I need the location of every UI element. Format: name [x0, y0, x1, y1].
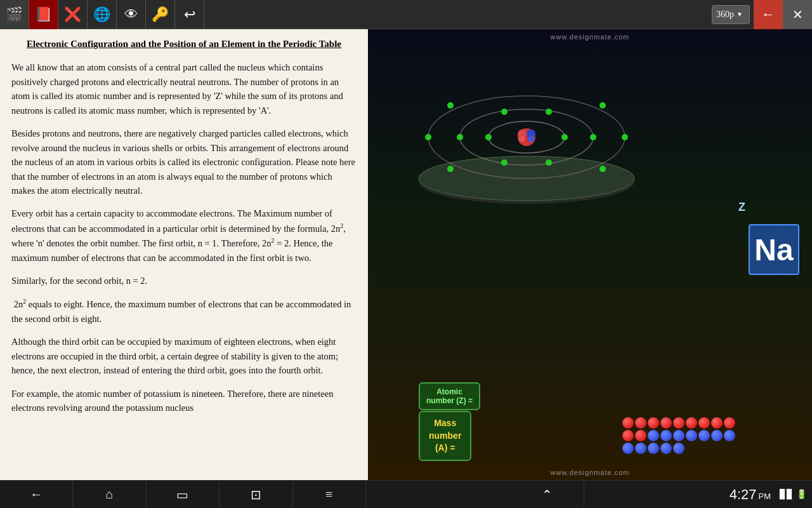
dropdown-arrow-icon: ▼ [737, 11, 743, 18]
video-panel: www.designmate.com [368, 29, 812, 480]
back-arrow-icon: ↩ [184, 6, 195, 23]
ball-blue [686, 430, 697, 441]
ball-red [622, 417, 634, 429]
svg-point-17 [501, 159, 508, 166]
check-button[interactable]: ❌ [58, 0, 88, 29]
resolution-selector[interactable]: 360p ▼ [712, 5, 750, 24]
mass-label: Massnumber(A) = [429, 417, 461, 455]
svg-point-19 [425, 134, 431, 140]
ball-blue [635, 443, 646, 454]
time-value: 4:27 [730, 486, 757, 502]
video-button[interactable]: 🎬 [0, 0, 29, 29]
back-nav-button[interactable]: ← [0, 481, 73, 509]
element-symbol-box: Na [749, 224, 799, 275]
ball-red [635, 417, 646, 429]
home-icon: ⌂ [106, 487, 114, 502]
svg-point-22 [599, 102, 606, 109]
time-suffix: PM [759, 491, 771, 501]
book-button[interactable]: 📕 [29, 0, 58, 29]
superscript-3: 2 [23, 298, 26, 305]
svg-point-9 [519, 136, 525, 142]
z-label: Z [738, 201, 745, 214]
article-title: Electronic Configuration and the Positio… [11, 37, 357, 51]
ball-blue [724, 430, 735, 441]
svg-point-16 [546, 109, 552, 115]
globe-icon: 🌐 [93, 6, 110, 23]
video-icon: 🎬 [6, 6, 23, 23]
atomic-number-display: Atomic number (Z) = [419, 382, 480, 410]
ball-blue [698, 430, 710, 441]
globe-button[interactable]: 🌐 [88, 0, 117, 29]
resolution-label: 360p [716, 10, 734, 20]
svg-point-13 [457, 134, 463, 140]
ball-blue [711, 430, 723, 441]
book-icon: 📕 [35, 6, 52, 23]
recent-nav-button[interactable]: ▭ [147, 481, 219, 509]
paragraph-6: Although the third orbit can be occupied… [11, 335, 357, 377]
svg-point-12 [561, 134, 568, 140]
check-icon: ❌ [64, 6, 81, 23]
atomic-scene: www.designmate.com [368, 29, 812, 480]
close-icon: ✕ [792, 7, 803, 22]
menu-icon: ≡ [325, 487, 332, 502]
paragraph-3: Every orbit has a certain capacity to ac… [11, 206, 357, 265]
signal-icon: ▊▊ [780, 489, 794, 500]
paragraph-2: Besides protons and neutrons, there are … [11, 126, 357, 197]
home-nav-button[interactable]: ⌂ [73, 481, 146, 509]
superscript-1: 2 [340, 222, 343, 229]
ball-red [622, 430, 634, 441]
ball-red [673, 417, 684, 429]
eye-icon: 👁 [124, 6, 138, 23]
watermark-bottom: www.designmate.com [551, 469, 630, 476]
ball-blue [673, 430, 684, 441]
svg-point-18 [546, 159, 552, 166]
ball-blue [660, 430, 672, 441]
text-panel: Electronic Configuration and the Positio… [0, 29, 368, 480]
paragraph-1: We all know that an atom consists of a c… [11, 60, 357, 117]
logo-button[interactable]: ← [754, 0, 783, 29]
close-button[interactable]: ✕ [783, 0, 812, 29]
ball-red [724, 417, 735, 429]
particle-balls [622, 417, 736, 455]
element-symbol: Na [754, 232, 793, 267]
logo-icon: ← [761, 6, 775, 23]
top-toolbar: 🎬 📕 ❌ 🌐 👁 🔑 ↩ 360p ▼ ← ✕ [0, 0, 812, 29]
svg-point-24 [599, 166, 606, 172]
back-button[interactable]: ↩ [175, 0, 204, 29]
ball-red [698, 417, 710, 429]
status-icons: ▊▊ 🔋 [777, 489, 807, 500]
ball-blue [660, 443, 672, 454]
svg-point-14 [590, 134, 596, 140]
ball-blue [648, 443, 659, 454]
svg-point-21 [447, 102, 454, 109]
ball-red [635, 430, 646, 441]
ball-red [648, 417, 659, 429]
recent-icon: ▭ [176, 487, 188, 502]
svg-point-10 [528, 136, 534, 142]
back-nav-icon: ← [30, 487, 43, 502]
svg-point-20 [622, 134, 628, 140]
mass-number-display: Massnumber(A) = [419, 411, 471, 461]
eye-button[interactable]: 👁 [117, 0, 146, 29]
svg-point-23 [447, 166, 454, 172]
main-content: Electronic Configuration and the Positio… [0, 29, 812, 480]
ball-blue [648, 430, 659, 441]
paragraph-4: Similarly, for the second orbit, n = 2. [11, 274, 357, 288]
paragraph-5: 2n2 equals to eight. Hence, the maximum … [11, 297, 357, 326]
key-button[interactable]: 🔑 [146, 0, 175, 29]
svg-point-11 [485, 134, 492, 140]
ball-blue [673, 443, 684, 454]
svg-point-15 [501, 109, 508, 115]
ball-red [686, 417, 697, 429]
ball-blue [622, 443, 634, 454]
up-nav-button[interactable]: ⌃ [511, 481, 584, 509]
menu-nav-button[interactable]: ≡ [293, 481, 366, 509]
screenshot-nav-button[interactable]: ⊡ [219, 481, 292, 509]
paragraph-7: For example, the atomic number of potass… [11, 387, 357, 415]
superscript-2: 2 [272, 237, 275, 244]
bottom-navigation-bar: ← ⌂ ▭ ⊡ ≡ ⌃ 4:27PM ▊▊ 🔋 [0, 480, 812, 508]
ball-red [711, 417, 723, 429]
atomic-label: Atomic number (Z) = [426, 387, 473, 405]
key-icon: 🔑 [152, 6, 169, 23]
atom-diagram [406, 36, 647, 213]
